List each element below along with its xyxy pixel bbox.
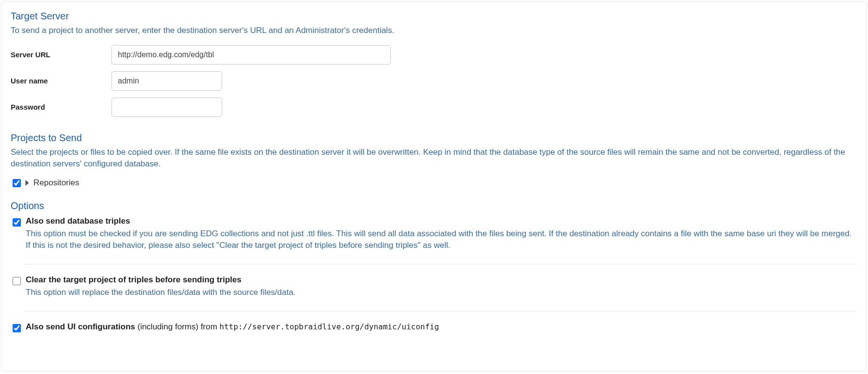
projects-description: Select the projects or files to be copie… xyxy=(11,146,857,170)
repositories-tree-item[interactable]: Repositories xyxy=(13,178,857,188)
send-uiconfig-label-bold: Also send UI configurations xyxy=(26,322,135,331)
target-server-heading: Target Server xyxy=(11,11,857,22)
clear-target-desc: This option will replace the destination… xyxy=(26,287,857,298)
option-divider xyxy=(24,311,857,311)
server-url-input[interactable] xyxy=(112,45,391,65)
option-send-database-triples: Also send database triples This option m… xyxy=(11,214,857,260)
username-row: User name xyxy=(11,71,857,91)
send-uiconfig-label: Also send UI configurations (including f… xyxy=(26,322,857,332)
target-server-description: To send a project to another server, ent… xyxy=(11,25,857,36)
send-triples-checkbox[interactable] xyxy=(13,218,21,227)
caret-right-icon[interactable] xyxy=(25,180,30,186)
server-url-row: Server URL xyxy=(11,45,857,65)
repositories-checkbox[interactable] xyxy=(13,179,21,187)
send-project-panel: Target Server To send a project to anoth… xyxy=(2,2,866,371)
options-heading: Options xyxy=(11,200,857,211)
send-triples-label: Also send database triples xyxy=(26,216,857,226)
send-triples-desc: This option must be checked if you are s… xyxy=(26,228,857,251)
option-divider xyxy=(24,264,857,264)
clear-target-label: Clear the target project of triples befo… xyxy=(26,275,857,285)
projects-heading: Projects to Send xyxy=(11,132,857,144)
repositories-label: Repositories xyxy=(33,178,80,188)
password-input[interactable] xyxy=(112,98,222,117)
username-label: User name xyxy=(11,77,112,85)
username-input[interactable] xyxy=(112,71,222,91)
option-clear-target: Clear the target project of triples befo… xyxy=(11,273,857,307)
option-send-ui-config: Also send UI configurations (including f… xyxy=(11,320,857,341)
password-label: Password xyxy=(11,103,112,111)
send-uiconfig-checkbox[interactable] xyxy=(13,324,21,332)
server-url-label: Server URL xyxy=(11,50,112,59)
clear-target-checkbox[interactable] xyxy=(13,277,21,285)
send-uiconfig-label-url: http://server.topbraidlive.org/dynamic/u… xyxy=(220,322,439,331)
send-uiconfig-label-suffix: (including forms) from xyxy=(135,322,220,331)
password-row: Password xyxy=(11,98,857,117)
